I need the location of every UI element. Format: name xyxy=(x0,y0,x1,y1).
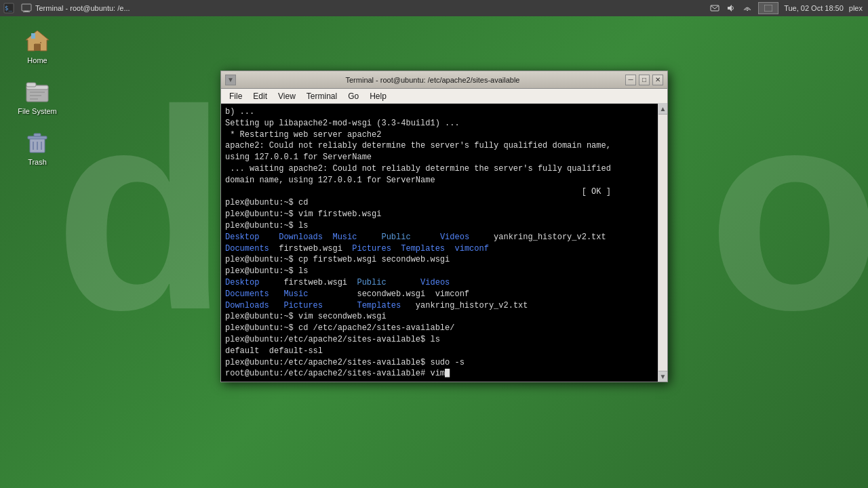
network-icon xyxy=(742,3,753,14)
taskbar-monitor-icon xyxy=(20,2,33,14)
filesystem-icon-label: File System xyxy=(18,107,56,115)
svg-point-7 xyxy=(747,9,748,11)
desktop-bg-o-text: o xyxy=(707,68,868,352)
taskbar-right: Tue, 02 Oct 18:50 plex xyxy=(709,2,868,14)
taskbar-username: plex xyxy=(849,4,863,12)
menu-file[interactable]: File xyxy=(224,90,248,102)
svg-rect-4 xyxy=(23,12,30,12)
desktop-icon-trash[interactable]: Trash xyxy=(14,129,61,166)
desktop-bg-text: d xyxy=(54,68,208,352)
svg-rect-10 xyxy=(34,44,41,51)
desktop-icons: Home File System xyxy=(14,27,61,166)
terminal-window-controls: ─ □ ✕ xyxy=(625,75,663,85)
svg-text:$_: $_ xyxy=(5,5,12,12)
menu-help[interactable]: Help xyxy=(364,90,392,102)
menu-edit[interactable]: Edit xyxy=(248,90,273,102)
taskbar: $_ Terminal - root@ubuntu: /e... xyxy=(0,0,868,16)
close-button[interactable]: ✕ xyxy=(652,75,663,85)
terminal-window: ▼ Terminal - root@ubuntu: /etc/apache2/s… xyxy=(220,70,668,382)
terminal-scrollbar[interactable]: ▲ ▼ xyxy=(658,104,667,382)
trash-icon xyxy=(24,129,51,156)
svg-rect-2 xyxy=(22,4,31,11)
svg-point-12 xyxy=(40,42,41,43)
filesystem-icon xyxy=(24,78,51,105)
maximize-button[interactable]: □ xyxy=(639,75,650,85)
volume-icon xyxy=(726,3,736,14)
minimize-button[interactable]: ─ xyxy=(625,75,636,85)
svg-rect-3 xyxy=(24,11,28,12)
svg-rect-11 xyxy=(31,33,35,39)
menu-view[interactable]: View xyxy=(273,90,301,102)
taskbar-title: Terminal - root@ubuntu: /e... xyxy=(35,4,130,12)
terminal-content[interactable]: b) ... Setting up libapache2-mod-wsgi (3… xyxy=(221,104,658,382)
trash-icon-label: Trash xyxy=(28,158,47,166)
svg-marker-6 xyxy=(728,5,732,12)
desktop-icon-filesystem[interactable]: File System xyxy=(14,78,61,115)
svg-rect-21 xyxy=(34,134,41,136)
terminal-titlebar-arrow[interactable]: ▼ xyxy=(225,75,236,85)
menu-go[interactable]: Go xyxy=(342,90,364,102)
menu-terminal[interactable]: Terminal xyxy=(301,90,342,102)
home-icon xyxy=(24,27,51,54)
email-icon xyxy=(709,3,720,14)
taskbar-window-button[interactable] xyxy=(758,2,778,14)
svg-rect-20 xyxy=(28,136,47,139)
home-icon-label: Home xyxy=(27,56,47,64)
terminal-title: Terminal - root@ubuntu: /etc/apache2/sit… xyxy=(240,76,625,84)
terminal-body: b) ... Setting up libapache2-mod-wsgi (3… xyxy=(221,104,667,382)
svg-rect-8 xyxy=(764,5,772,12)
desktop-icon-home[interactable]: Home xyxy=(14,27,61,64)
taskbar-app-icon: $_ xyxy=(3,2,15,14)
taskbar-time: Tue, 02 Oct 18:50 xyxy=(784,4,844,12)
svg-rect-15 xyxy=(26,83,36,87)
taskbar-left: $_ Terminal - root@ubuntu: /e... xyxy=(0,2,709,14)
desktop: d o $_ Terminal - root@ubuntu: /e... xyxy=(0,0,868,488)
terminal-menubar: File Edit View Terminal Go Help xyxy=(221,89,667,104)
terminal-titlebar: ▼ Terminal - root@ubuntu: /etc/apache2/s… xyxy=(221,71,667,89)
